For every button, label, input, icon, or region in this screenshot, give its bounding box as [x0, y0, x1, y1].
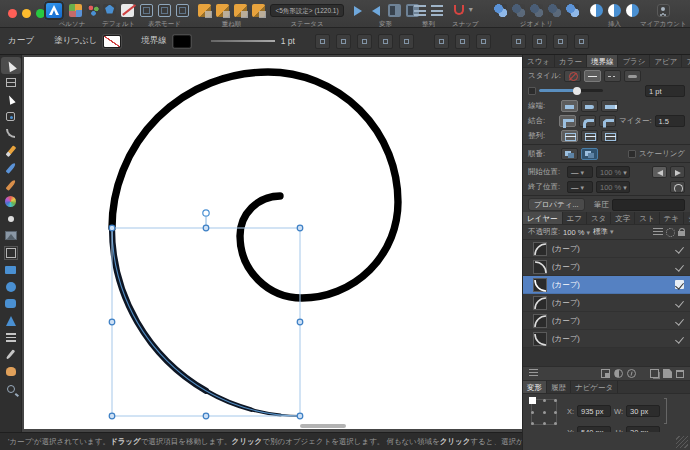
- x-field[interactable]: 935 px: [577, 405, 611, 417]
- end-arrow-dropdown[interactable]: —: [567, 181, 593, 193]
- flip-horizontal-icon[interactable]: [352, 4, 365, 17]
- view-tool[interactable]: [1, 363, 21, 380]
- stroke-width-slider[interactable]: [211, 40, 275, 42]
- gear-icon[interactable]: [666, 228, 675, 237]
- layer-visibility-checkbox[interactable]: [675, 244, 684, 253]
- swap-start-end-button[interactable]: [670, 181, 685, 193]
- cap-round-button[interactable]: [581, 100, 598, 112]
- join-curves-button[interactable]: [399, 34, 414, 49]
- artboard-tool[interactable]: [1, 74, 21, 91]
- close-curve-button[interactable]: [357, 34, 372, 49]
- layer-visibility-checkbox[interactable]: [675, 316, 684, 325]
- smooth-curve-button[interactable]: [378, 34, 393, 49]
- cap-butt-button[interactable]: [561, 100, 578, 112]
- tab-assets[interactable]: アセッ: [682, 55, 690, 68]
- snap-align-button-4[interactable]: [574, 34, 589, 49]
- adjustment-layer-icon[interactable]: [614, 369, 623, 378]
- vector-view-icon[interactable]: [140, 4, 153, 17]
- selection-handle-top-center[interactable]: [203, 225, 209, 231]
- align-outside-button[interactable]: [601, 130, 618, 142]
- layer-visibility-checkbox[interactable]: [675, 280, 684, 289]
- rounded-rectangle-tool[interactable]: [1, 295, 21, 312]
- layer-row[interactable]: (カーブ): [523, 330, 690, 348]
- document-status-dropdown[interactable]: <5角形設定> (1220.1): [270, 4, 344, 17]
- ellipse-tool[interactable]: [1, 278, 21, 295]
- layer-list-options-icon[interactable]: [529, 369, 538, 378]
- layer-options-icon[interactable]: [653, 228, 663, 237]
- tab-history[interactable]: 履歴: [547, 381, 571, 394]
- reverse-curves-button[interactable]: [434, 34, 449, 49]
- swap-arrow-right-button[interactable]: [670, 166, 685, 178]
- layer-row[interactable]: (カーブ): [523, 312, 690, 330]
- pixel-view-icon[interactable]: [158, 4, 171, 17]
- fill-tool[interactable]: [1, 193, 21, 210]
- layer-row[interactable]: (カーブ): [523, 240, 690, 258]
- layer-visibility-checkbox[interactable]: [675, 334, 684, 343]
- tab-navigator[interactable]: ナビゲータ: [571, 381, 618, 394]
- artistic-text-tool[interactable]: [1, 312, 21, 329]
- style-solid-button[interactable]: [584, 70, 601, 82]
- lock-icon[interactable]: [678, 231, 685, 236]
- vector-crop-tool[interactable]: [1, 244, 21, 261]
- alignment-icon[interactable]: [414, 5, 426, 16]
- horizontal-scrollbar[interactable]: [300, 424, 346, 428]
- tab-text-styles[interactable]: テキ: [660, 212, 684, 225]
- close-window-button[interactable]: [8, 9, 17, 18]
- boolean-subtract-icon[interactable]: [512, 4, 525, 17]
- rotate-ccw-icon[interactable]: [388, 4, 401, 17]
- aspect-link-toggle[interactable]: [664, 398, 667, 424]
- end-size-field[interactable]: 100 %: [596, 181, 630, 193]
- style-none-button[interactable]: [564, 70, 581, 82]
- convert-to-curves-button[interactable]: [315, 34, 330, 49]
- tab-layers[interactable]: レイヤー: [523, 212, 563, 225]
- properties-button[interactable]: プロパティ...: [528, 198, 585, 211]
- flip-vertical-icon[interactable]: [370, 4, 383, 17]
- selection-handle-bottom-left[interactable]: [109, 413, 115, 419]
- tab-brushes[interactable]: ブラシ: [618, 55, 650, 68]
- selection-handle-bottom-right[interactable]: [297, 413, 303, 419]
- join-miter-button[interactable]: [559, 115, 576, 127]
- window-resize-grip[interactable]: [676, 436, 688, 448]
- scaling-checkbox[interactable]: [628, 150, 636, 158]
- order-back-button[interactable]: [581, 148, 598, 160]
- pencil-tool[interactable]: [1, 142, 21, 159]
- paint-brush-tool[interactable]: [1, 176, 21, 193]
- selected-curve-segment-2[interactable]: [206, 391, 251, 410]
- blend-mode-dropdown[interactable]: 標準: [593, 227, 614, 237]
- insert-behind-icon[interactable]: [590, 4, 603, 17]
- spiral-outer-arcs[interactable]: [112, 72, 398, 298]
- selection-handle-mid-right[interactable]: [297, 319, 303, 325]
- revert-defaults-icon[interactable]: [121, 4, 134, 17]
- selection-handle-mid-left[interactable]: [109, 319, 115, 325]
- stroke-swatch[interactable]: [173, 35, 191, 48]
- canvas-area[interactable]: [22, 55, 522, 432]
- tab-effects[interactable]: エフ: [563, 212, 587, 225]
- boolean-add-icon[interactable]: [494, 4, 507, 17]
- start-arrow-dropdown[interactable]: —: [567, 166, 593, 178]
- layers-empty-area[interactable]: [523, 348, 690, 366]
- move-forward-icon[interactable]: [216, 4, 229, 17]
- boolean-intersect-icon[interactable]: [530, 4, 543, 17]
- cap-square-button[interactable]: [601, 100, 618, 112]
- transparency-tool[interactable]: [1, 210, 21, 227]
- join-bevel-button[interactable]: [599, 115, 616, 127]
- distribute-icon[interactable]: [431, 5, 443, 16]
- selected-curve-segment-1[interactable]: [112, 228, 206, 391]
- style-texture-button[interactable]: [624, 70, 641, 82]
- snapping-options-caret-icon[interactable]: [469, 4, 477, 17]
- export-persona-icon[interactable]: [87, 4, 100, 17]
- tab-appearance[interactable]: アピア: [650, 55, 682, 68]
- group-layers-icon[interactable]: [650, 369, 659, 378]
- snap-align-button-1[interactable]: [511, 34, 526, 49]
- insert-top-icon[interactable]: [608, 4, 621, 17]
- layer-row[interactable]: (カーブ): [523, 258, 690, 276]
- tab-stroke[interactable]: 境界線: [587, 55, 619, 68]
- corner-tool[interactable]: [1, 125, 21, 142]
- tab-stock[interactable]: スト: [635, 212, 659, 225]
- node-tool[interactable]: [1, 91, 21, 108]
- align-center-button[interactable]: [561, 130, 578, 142]
- tab-color[interactable]: カラー: [555, 55, 587, 68]
- frame-text-tool[interactable]: [1, 329, 21, 346]
- swap-arrow-left-button[interactable]: [652, 166, 667, 178]
- insert-inside-icon[interactable]: [626, 4, 639, 17]
